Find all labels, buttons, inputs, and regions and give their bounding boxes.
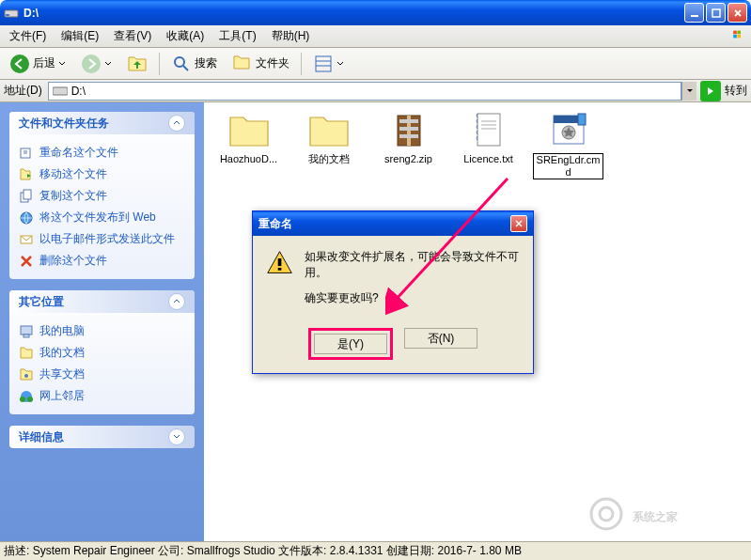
no-button[interactable]: 否(N) [404,328,477,349]
dialog-line1: 如果改变文件扩展名，可能会导致文件不可用。 [305,249,520,281]
task-label: 我的电脑 [39,323,85,339]
task-label: 移动这个文件 [39,166,107,182]
svg-rect-25 [399,127,418,131]
task-label: 我的文档 [39,345,85,361]
file-item[interactable]: sreng2.zip [373,112,444,165]
dialog-line2: 确实要更改吗? [305,290,520,306]
svg-point-21 [27,397,33,402]
panel-file-tasks: 文件和文件夹任务 重命名这个文件移动这个文件复制这个文件将这个文件发布到 Web… [9,112,195,279]
folders-icon [232,54,253,74]
back-label: 后退 [33,55,55,71]
svg-rect-3 [712,9,720,17]
svg-rect-2 [691,15,698,17]
yes-button[interactable]: 是(Y) [314,334,387,354]
dialog-body: 如果改变文件扩展名，可能会导致文件不可用。 确实要更改吗? [253,236,533,328]
minimize-button[interactable] [684,3,704,23]
forward-button[interactable] [75,50,117,78]
panel-header[interactable]: 详细信息 [9,426,195,448]
move-icon [19,167,34,182]
address-dropdown[interactable] [681,82,696,101]
svg-rect-17 [23,334,29,337]
menu-edit[interactable]: 编辑(E) [57,26,102,46]
address-path: D:\ [71,85,86,98]
panel-header[interactable]: 文件和文件夹任务 [9,112,195,134]
zip-icon [386,112,431,149]
address-input[interactable]: D:\ [48,82,681,101]
separator [301,53,302,75]
svg-rect-27 [477,114,500,146]
folder-up-icon [127,54,148,74]
svg-point-4 [10,54,29,73]
menu-favorites[interactable]: 收藏(A) [163,26,208,46]
warning-icon [266,249,293,279]
delete-icon [19,254,34,269]
close-button[interactable] [728,3,747,23]
chevron-down-icon [104,60,112,68]
panel-header[interactable]: 其它位置 [9,290,195,313]
task-label: 将这个文件发布到 Web [39,210,156,226]
task-item[interactable]: 重命名这个文件 [19,142,185,163]
task-item[interactable]: 将这个文件发布到 Web [19,207,185,228]
web-icon [19,210,34,226]
status-bar: 描述: System Repair Engineer 公司: Smallfrog… [0,541,751,560]
task-label: 网上邻居 [39,388,85,404]
sidebar: 文件和文件夹任务 重命名这个文件移动这个文件复制这个文件将这个文件发布到 Web… [0,102,204,544]
task-item[interactable]: 删除这个文件 [19,250,185,272]
search-label: 搜索 [195,55,217,71]
copy-icon [19,189,34,204]
back-icon [9,54,30,74]
svg-rect-13 [23,190,31,199]
chevron-up-icon [168,293,185,310]
chevron-down-icon [336,60,344,68]
menu-view[interactable]: 查看(V) [110,26,155,46]
drive-icon [53,86,68,97]
task-item[interactable]: 共享文档 [19,364,185,385]
svg-rect-34 [578,114,586,125]
maximize-button[interactable] [706,3,726,23]
go-button[interactable] [700,81,721,101]
drive-icon [4,6,19,21]
file-item[interactable]: Licence.txt [453,112,524,165]
up-button[interactable] [121,50,153,78]
cmd-icon [546,112,591,149]
panel-title: 详细信息 [19,429,64,445]
task-label: 以电子邮件形式发送此文件 [39,231,175,247]
svg-point-18 [24,374,28,378]
file-item[interactable]: 我的文档 [293,112,364,165]
dialog-buttons: 是(Y) 否(N) [253,328,533,373]
task-label: 共享文档 [39,366,85,382]
task-item[interactable]: 我的电脑 [19,320,185,342]
chevron-up-icon [168,115,185,132]
address-bar: 地址(D) D:\ 转到 [0,80,751,102]
rename-icon [19,146,34,161]
docs-icon [19,346,34,361]
menu-help[interactable]: 帮助(H) [268,26,314,46]
file-item[interactable]: HaozhuoD... [213,112,284,165]
go-label: 转到 [725,83,747,99]
back-button[interactable]: 后退 [4,50,71,78]
task-item[interactable]: 网上邻居 [19,385,185,407]
mail-icon [19,232,34,247]
svg-rect-10 [53,87,68,95]
menu-file[interactable]: 文件(F) [6,26,50,46]
task-item[interactable]: 以电子邮件形式发送此文件 [19,228,185,250]
task-item[interactable]: 复制这个文件 [19,185,185,207]
menu-tools[interactable]: 工具(T) [215,26,259,46]
svg-rect-36 [278,258,282,266]
panel-body: 我的电脑我的文档共享文档网上邻居 [9,313,195,414]
search-button[interactable]: 搜索 [165,50,223,78]
network-icon [19,389,34,404]
views-button[interactable] [307,50,350,78]
folder-icon [227,112,272,149]
svg-rect-24 [399,119,418,123]
folders-button[interactable]: 文件夹 [227,50,295,78]
file-name: Licence.txt [453,153,524,165]
task-item[interactable]: 我的文档 [19,342,185,364]
task-label: 删除这个文件 [39,253,107,269]
file-item[interactable]: SREngLdr.cmd [533,112,603,179]
address-label: 地址(D) [4,83,42,99]
svg-rect-7 [316,56,331,71]
task-item[interactable]: 移动这个文件 [19,163,185,185]
panel-body: 重命名这个文件移动这个文件复制这个文件将这个文件发布到 Web以电子邮件形式发送… [9,134,195,279]
dialog-close-button[interactable] [510,215,527,232]
